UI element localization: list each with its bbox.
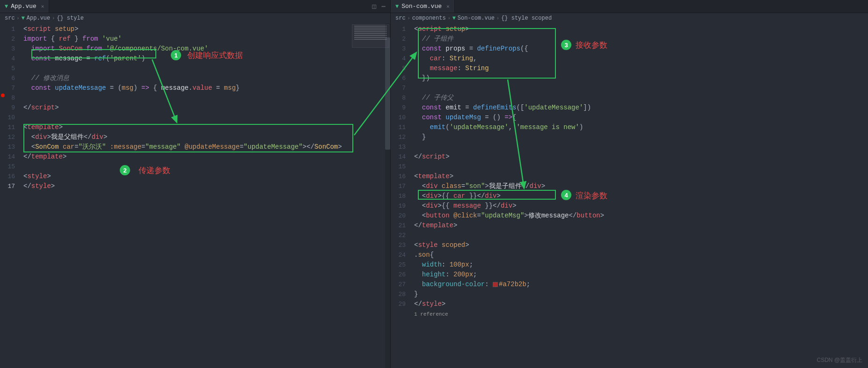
editor-left[interactable]: 1234567891011121314151617 <script setup>… (0, 23, 390, 368)
close-icon[interactable]: ✕ (446, 3, 450, 9)
tab-son-com-vue[interactable]: ▼ Son-com.vue ✕ (391, 0, 455, 13)
annotation-1: 创建响应式数据 (187, 50, 243, 61)
breadcrumb-part[interactable]: components (412, 15, 446, 22)
minimap[interactable] (352, 24, 389, 48)
tab-label: Son-com.vue (401, 3, 442, 10)
gutter-left: 1234567891011121314151617 (0, 23, 23, 368)
tabs-left: ▼ App.vue ✕ ◫ ⋯ (0, 0, 390, 13)
breadcrumb-part[interactable]: {} style scoped (501, 15, 552, 22)
scrollbar-v[interactable] (385, 23, 390, 368)
breadcrumb-part[interactable]: src (395, 15, 406, 22)
vue-icon: ▼ (452, 15, 456, 22)
badge-4: 4 (561, 190, 571, 200)
editor-right[interactable]: 1234567891011121314151617181920212223242… (391, 23, 868, 368)
breadcrumb-part[interactable]: App.vue (27, 15, 50, 22)
tabs-right: ▼ Son-com.vue ✕ (391, 0, 868, 13)
breadcrumb-left[interactable]: src › ▼ App.vue › {} style (0, 13, 390, 23)
vue-icon: ▼ (395, 3, 399, 10)
vue-icon: ▼ (5, 3, 8, 10)
chevron-right-icon: › (17, 16, 20, 21)
annotation-3: 接收参数 (576, 40, 607, 51)
breadcrumb-part[interactable]: Son-com.vue (458, 15, 495, 22)
vue-icon: ▼ (22, 15, 25, 22)
chevron-right-icon: › (496, 16, 499, 21)
tab-label: App.vue (11, 3, 36, 10)
editor-pane-right: ▼ Son-com.vue ✕ src › components › ▼ Son… (391, 0, 868, 368)
breakpoint-icon[interactable] (1, 94, 5, 97)
breadcrumb-right[interactable]: src › components › ▼ Son-com.vue › {} st… (391, 13, 868, 23)
breadcrumb-part[interactable]: src (5, 15, 15, 22)
close-icon[interactable]: ✕ (41, 3, 44, 9)
code-left[interactable]: <script setup>import { ref } from 'vue' … (23, 23, 390, 368)
scroll-thumb[interactable] (385, 37, 390, 150)
badge-2: 2 (120, 165, 130, 175)
chevron-right-icon: › (408, 16, 410, 21)
chevron-right-icon: › (52, 16, 55, 21)
breadcrumb-part[interactable]: {} style (57, 15, 84, 22)
badge-1: 1 (171, 50, 181, 60)
chevron-right-icon: › (448, 16, 451, 21)
annotation-2: 传递参数 (139, 165, 170, 176)
gutter-right: 1234567891011121314151617181920212223242… (391, 23, 414, 368)
watermark: CSDN @盖盖衍上 (817, 356, 862, 364)
more-icon[interactable]: ⋯ (382, 2, 386, 10)
badge-3: 3 (561, 40, 571, 50)
annotation-4: 渲染参数 (576, 190, 607, 201)
tab-app-vue[interactable]: ▼ App.vue ✕ (0, 0, 49, 13)
split-icon[interactable]: ◫ (372, 2, 376, 10)
code-right[interactable]: <script setup> // 子组件 const props = defi… (414, 23, 868, 368)
